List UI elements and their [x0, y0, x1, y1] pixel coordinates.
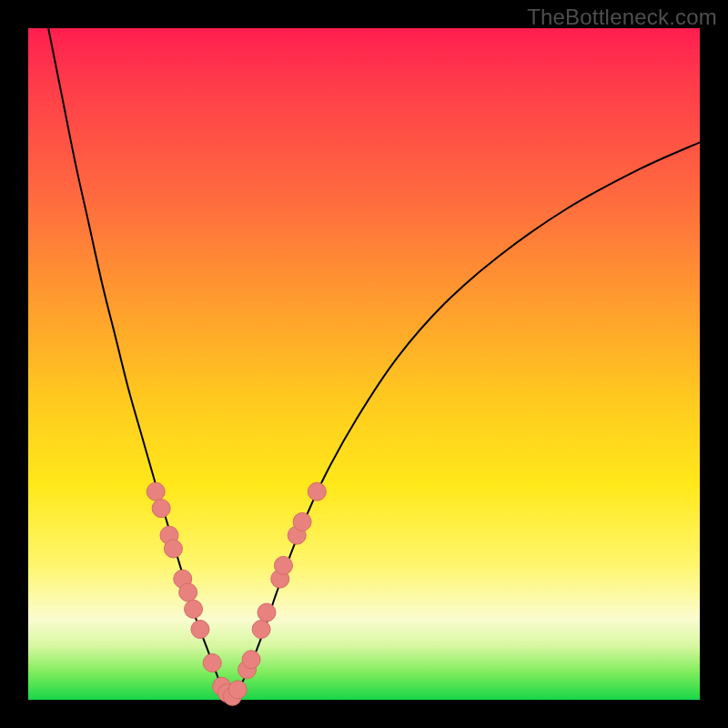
data-marker	[242, 651, 260, 669]
data-marker	[274, 556, 292, 574]
marker-group	[147, 482, 326, 705]
curve-left-branch	[48, 28, 229, 700]
curve-right-branch	[229, 142, 700, 700]
data-marker	[258, 603, 276, 622]
data-marker	[152, 500, 170, 518]
data-marker	[164, 540, 182, 558]
data-marker	[228, 681, 247, 699]
data-marker	[179, 583, 197, 602]
data-marker	[185, 600, 203, 618]
data-marker	[252, 621, 270, 639]
data-marker	[147, 482, 165, 500]
data-marker	[293, 512, 311, 531]
curve-group	[48, 28, 700, 700]
data-marker	[191, 621, 209, 639]
data-marker	[203, 653, 221, 672]
chart-frame: TheBottleneck.com	[0, 0, 728, 728]
data-marker	[308, 482, 326, 500]
chart-overlay-svg	[0, 0, 728, 728]
